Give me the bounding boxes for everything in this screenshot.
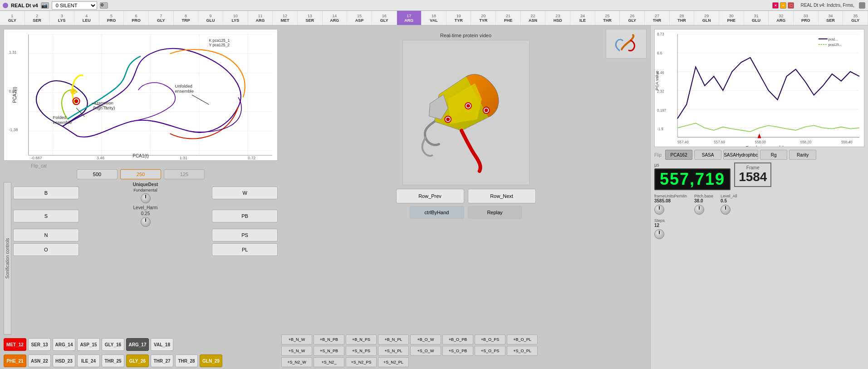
seq-cell-ser-13[interactable]: 13SER xyxy=(298,11,323,25)
sonif-btn-pl[interactable]: PL xyxy=(212,243,278,256)
bot-btn-s_n_pb[interactable]: +S_N_PB xyxy=(314,346,344,356)
bot-btn-s_o_ps[interactable]: +S_O_PS xyxy=(475,346,505,356)
bot-btn-b_o_ps[interactable]: +B_O_PS xyxy=(475,335,505,344)
max-btn[interactable]: □ xyxy=(788,2,794,9)
res-btn-hsd_23[interactable]: HSD_23 xyxy=(53,354,75,367)
flip-tab-rarity[interactable]: Rarity xyxy=(789,150,816,160)
seq-cell-glu-9[interactable]: 9GLU xyxy=(198,11,223,25)
seq-cell-tyr-19[interactable]: 19TYR xyxy=(446,11,471,25)
sonif-btn-w[interactable]: W xyxy=(212,187,278,199)
res-btn-arg_14[interactable]: ARG_14 xyxy=(53,338,75,351)
flip-btn-125[interactable]: 125 xyxy=(164,169,205,179)
seq-cell-glu-31[interactable]: 31GLU xyxy=(744,11,769,25)
frame-units-knob[interactable] xyxy=(654,205,664,215)
seq-cell-ile-24[interactable]: 24ILE xyxy=(570,11,595,25)
seq-cell-pro-5[interactable]: 5PRO xyxy=(99,11,124,25)
pitch-knob[interactable] xyxy=(694,205,704,215)
seq-cell-ser-34[interactable]: 34SER xyxy=(819,11,843,25)
bot-btn-s_n2_[interactable]: +S_N2_ xyxy=(314,357,344,367)
ctrl-by-hand-btn[interactable]: ctrlByHand xyxy=(410,206,464,219)
flip-tab-rg[interactable]: Rg xyxy=(760,150,787,160)
bot-btn-s_n2_w[interactable]: +S_N2_W xyxy=(281,357,312,367)
sonif-btn-b[interactable]: B xyxy=(13,187,79,199)
replay-btn[interactable]: Replay xyxy=(468,206,522,219)
lock-icon[interactable] xyxy=(859,2,865,9)
res-btn-gly_16[interactable]: GLY_16 xyxy=(102,338,124,351)
seq-cell-gln-29[interactable]: 29GLN xyxy=(694,11,719,25)
seq-cell-gly-7[interactable]: 7GLY xyxy=(149,11,174,25)
bot-btn-s_o_pb[interactable]: +S_O_PB xyxy=(442,346,473,356)
res-btn-asn_22[interactable]: ASN_22 xyxy=(28,354,51,367)
bot-btn-s_n2_pl[interactable]: +S_N2_PL xyxy=(378,357,409,367)
seq-cell-gly-35[interactable]: 35GLY xyxy=(843,11,868,25)
seq-cell-lys-3[interactable]: 3LYS xyxy=(49,11,74,25)
bot-btn-s_n_w[interactable]: +S_N_W xyxy=(281,346,312,356)
sonif-btn-ps[interactable]: PS xyxy=(212,229,278,241)
flip-btn-250[interactable]: 250 xyxy=(120,169,161,179)
res-btn-thr_27[interactable]: THR_27 xyxy=(151,354,173,367)
seq-cell-arg-11[interactable]: 11ARG xyxy=(248,11,273,25)
res-btn-val_18[interactable]: VAL_18 xyxy=(151,338,173,351)
seq-cell-val-18[interactable]: 18VAL xyxy=(422,11,446,25)
bot-btn-b_n_ps[interactable]: +B_N_PS xyxy=(346,335,377,344)
mode-dropdown[interactable]: 0 SILENT xyxy=(52,1,97,10)
seq-cell-asn-22[interactable]: 22ASN xyxy=(521,11,546,25)
level-all-knob[interactable] xyxy=(721,205,731,215)
seq-cell-asp-15[interactable]: 15ASP xyxy=(347,11,372,25)
fundamental-knob[interactable] xyxy=(141,193,151,203)
sonif-btn-s[interactable]: S xyxy=(13,210,79,222)
seq-cell-arg-17[interactable]: 17ARG xyxy=(397,11,422,25)
seq-cell-gly-16[interactable]: 16GLY xyxy=(372,11,397,25)
seq-cell-leu-4[interactable]: 4LEU xyxy=(74,11,99,25)
res-btn-met_12[interactable]: MET_12 xyxy=(4,338,26,351)
bot-btn-s_o_pl[interactable]: +S_O_PL xyxy=(507,346,538,356)
camera-icon[interactable]: 📷 xyxy=(41,2,49,9)
res-btn-gly_26[interactable]: GLY_26 xyxy=(126,354,149,367)
settings-icon[interactable]: ⚙ xyxy=(100,2,108,9)
seq-cell-phe-30[interactable]: 30PHE xyxy=(719,11,744,25)
seq-cell-gly-1[interactable]: 1GLY xyxy=(0,11,25,25)
seq-cell-arg-32[interactable]: 32ARG xyxy=(769,11,794,25)
bot-btn-b_o_pl[interactable]: +B_O_PL xyxy=(507,335,538,344)
row-prev-btn[interactable]: Row_Prev xyxy=(396,189,464,203)
seq-cell-thr-28[interactable]: 28THR xyxy=(670,11,695,25)
seq-cell-phe-21[interactable]: 21PHE xyxy=(496,11,521,25)
res-btn-ser_13[interactable]: SER_13 xyxy=(28,338,51,351)
close-btn[interactable]: × xyxy=(772,2,779,9)
bot-btn-s_n2_ps[interactable]: +S_N2_PS xyxy=(346,357,377,367)
seq-cell-thr-25[interactable]: 25THR xyxy=(595,11,620,25)
seq-cell-tyr-20[interactable]: 20TYR xyxy=(471,11,496,25)
flip-tab-sasahydro[interactable]: SASAHydrophbc xyxy=(723,150,758,160)
level-harm-knob[interactable] xyxy=(141,217,151,227)
seq-cell-ser-2[interactable]: 2SER xyxy=(25,11,50,25)
seq-cell-pro-6[interactable]: 6PRO xyxy=(124,11,149,25)
min-btn[interactable]: − xyxy=(780,2,786,9)
bot-btn-b_n_pl[interactable]: +B_N_PL xyxy=(378,335,409,344)
bot-btn-b_n_pb[interactable]: +B_N_PB xyxy=(314,335,344,344)
seq-cell-trp-8[interactable]: 8TRP xyxy=(174,11,199,25)
sonif-btn-o[interactable]: O xyxy=(13,243,79,256)
bot-btn-s_o_w[interactable]: +S_O_W xyxy=(410,346,441,356)
res-btn-thr_28[interactable]: THR_28 xyxy=(175,354,198,367)
res-btn-phe_21[interactable]: PHE_21 xyxy=(4,354,26,367)
flip-btn-500[interactable]: 500 xyxy=(77,169,118,179)
bot-btn-b_n_w[interactable]: +B_N_W xyxy=(281,335,312,344)
bot-btn-s_n_pl[interactable]: +S_N_PL xyxy=(378,346,409,356)
seq-cell-thr-27[interactable]: 27THR xyxy=(645,11,670,25)
seq-cell-gly-26[interactable]: 26GLY xyxy=(620,11,645,25)
sonif-btn-pb[interactable]: PB xyxy=(212,210,278,222)
bot-btn-b_o_w[interactable]: +B_O_W xyxy=(410,335,441,344)
seq-cell-arg-14[interactable]: 14ARG xyxy=(323,11,348,25)
bot-btn-s_n_ps[interactable]: +S_N_PS xyxy=(346,346,377,356)
row-next-btn[interactable]: Row_Next xyxy=(468,189,536,203)
steps-knob[interactable] xyxy=(654,229,664,239)
res-btn-gln_29[interactable]: GLN_29 xyxy=(200,354,222,367)
sonif-btn-n[interactable]: N xyxy=(13,229,79,241)
res-btn-asp_15[interactable]: ASP_15 xyxy=(77,338,100,351)
seq-cell-lys-10[interactable]: 10LYS xyxy=(223,11,248,25)
res-btn-arg_17[interactable]: ARG_17 xyxy=(126,338,149,351)
res-btn-thr_25[interactable]: THR_25 xyxy=(102,354,124,367)
seq-cell-hsd-23[interactable]: 23HSD xyxy=(545,11,570,25)
seq-cell-met-12[interactable]: 12MET xyxy=(273,11,298,25)
seq-cell-pro-33[interactable]: 33PRO xyxy=(794,11,819,25)
